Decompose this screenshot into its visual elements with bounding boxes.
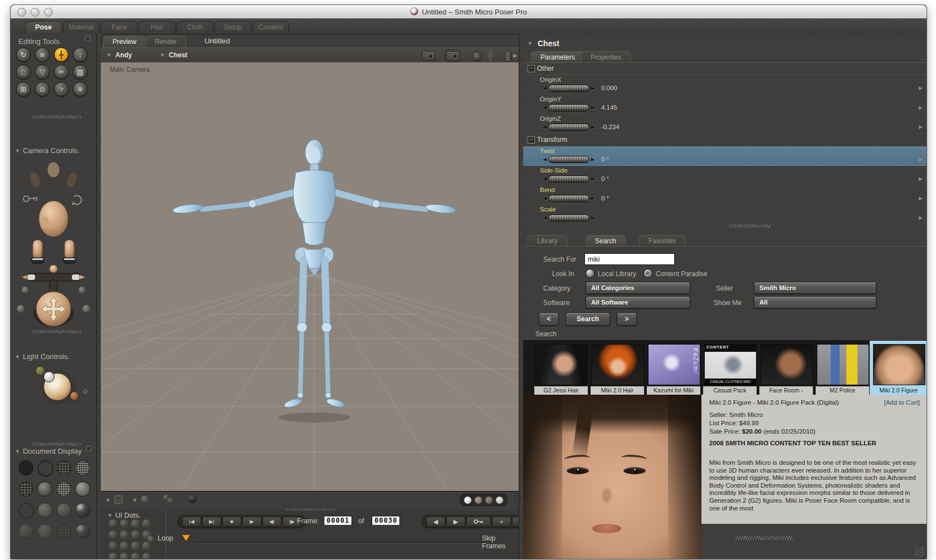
dial-left-arrow-icon[interactable]: ◀ [543, 215, 547, 220]
light-dot-brown[interactable] [70, 391, 79, 401]
ui-dot[interactable] [131, 519, 140, 528]
dial-left-arrow-icon[interactable]: ◀ [543, 157, 547, 162]
timeline-scrub-track[interactable] [194, 542, 484, 543]
dial-body[interactable] [548, 175, 589, 183]
frame-style-triangle-icon[interactable]: ▼ [105, 497, 111, 503]
dial-right-arrow-icon[interactable]: ▶ [591, 125, 594, 130]
param-dial[interactable]: ◀▶ [543, 195, 594, 202]
morphing-tool-tool[interactable]: ☞ [54, 82, 69, 96]
dial-right-arrow-icon[interactable]: ▶ [591, 157, 594, 162]
resize-grip[interactable] [914, 547, 924, 557]
radio-content-paradise[interactable] [644, 269, 652, 278]
next-key-button[interactable]: ▶ [446, 517, 465, 527]
display-mode-sphere[interactable] [18, 482, 33, 497]
parameters-actor-header[interactable]: Chest [538, 39, 559, 48]
ui-dot[interactable] [120, 530, 129, 539]
tracking-triangle-icon[interactable]: ▼ [132, 497, 138, 503]
taper-tool[interactable]: ▽ [35, 65, 50, 79]
ui-dot[interactable] [109, 519, 118, 528]
thumbnail-image[interactable] [592, 344, 644, 385]
section-divider[interactable] [32, 330, 81, 333]
style-dot-smooth[interactable] [485, 497, 493, 504]
part-menu[interactable]: Chest [169, 51, 187, 59]
param-menu-arrow-icon[interactable]: ▶ [919, 85, 923, 91]
search-button[interactable]: Search [566, 312, 610, 326]
ui-dot[interactable] [120, 553, 129, 559]
dial-left-arrow-icon[interactable]: ◀ [543, 125, 547, 130]
dial-body[interactable] [548, 124, 589, 131]
tab-content[interactable]: Content [252, 21, 289, 33]
camera-select-icon[interactable] [446, 51, 460, 61]
light-orb-icon[interactable] [472, 51, 482, 61]
tab-cloth[interactable]: Cloth [177, 21, 213, 33]
sun-icon[interactable]: ☼ [81, 386, 89, 395]
param-dial[interactable]: ◀▶ [543, 124, 594, 131]
section-divider[interactable] [32, 443, 81, 446]
dial-body[interactable] [548, 195, 589, 202]
ui-dot[interactable] [142, 553, 151, 559]
display-mode-sphere[interactable] [18, 503, 35, 519]
thumbnail-image[interactable] [817, 344, 869, 385]
ui-dot[interactable] [109, 542, 118, 551]
dial-right-arrow-icon[interactable]: ▶ [591, 176, 594, 181]
direct-manipulation-tool[interactable]: ⎈ [73, 82, 87, 96]
rotate-tool[interactable]: ↻ [16, 47, 31, 62]
tab-favorites[interactable]: Favorites [639, 235, 685, 247]
dial-right-arrow-icon[interactable]: ▶ [591, 86, 594, 91]
multi-ball-icon[interactable] [167, 498, 173, 504]
edit-keyframes-button[interactable] [466, 517, 491, 527]
mannequin-figure[interactable] [101, 62, 519, 491]
timeline-scrub-handle[interactable] [182, 535, 190, 541]
display-mode-sphere[interactable] [18, 460, 33, 475]
ui-dot[interactable] [120, 519, 129, 528]
tab-search[interactable]: Search [586, 235, 626, 247]
dial-right-arrow-icon[interactable]: ▶ [591, 196, 594, 201]
add-to-cart-link[interactable]: [Add to Cart] [884, 399, 920, 406]
display-mode-sphere[interactable] [18, 524, 33, 539]
display-mode-sphere[interactable] [56, 482, 71, 497]
result-thumbnail[interactable]: KaZumiKazumi for Miki [647, 343, 700, 393]
display-style-selector[interactable] [460, 494, 508, 506]
collapse-group-icon[interactable]: − [528, 65, 535, 72]
display-mode-sphere[interactable] [75, 482, 90, 497]
show-me-dropdown[interactable]: All [754, 296, 876, 308]
last-frame-button[interactable]: ▶| [202, 517, 221, 527]
radio-local-library[interactable] [586, 269, 594, 278]
detail-scroll-handle[interactable] [735, 536, 793, 540]
display-mode-sphere[interactable] [37, 503, 52, 518]
tab-library[interactable]: Library [528, 235, 567, 247]
scale-tool[interactable]: □ [16, 65, 31, 79]
result-thumbnail[interactable]: CONTENTCASUAL CLOTHES MIKICasual Pack [703, 343, 757, 393]
move-axis-icon[interactable]: ╋ [488, 50, 493, 61]
param-row-scale[interactable]: Scale◀▶▶ [523, 205, 927, 222]
seller-dropdown[interactable]: Smith Micro [754, 282, 876, 294]
ui-dot[interactable] [131, 530, 140, 539]
grouping-tool[interactable]: ⊞ [16, 82, 31, 96]
param-menu-arrow-icon[interactable]: ▶ [919, 156, 923, 162]
param-row-twist[interactable]: Twist◀▶0 °▶ [523, 146, 927, 166]
display-mode-sphere[interactable] [75, 503, 90, 518]
section-divider[interactable] [32, 115, 81, 119]
dial-right-arrow-icon[interactable]: ▶ [591, 105, 594, 110]
total-frames-counter[interactable]: 00030 [372, 515, 400, 525]
twist-tool[interactable]: ≋ [35, 47, 50, 62]
thumbnail-image[interactable] [535, 344, 588, 385]
param-dial[interactable]: ◀▶ [543, 156, 594, 163]
first-frame-button[interactable]: |◀ [182, 517, 201, 527]
tab-pose[interactable]: Pose [25, 21, 62, 33]
tab-properties[interactable]: Properties [581, 51, 631, 63]
play-button[interactable]: ▶ [242, 517, 261, 527]
ui-dot[interactable] [131, 553, 140, 559]
param-menu-arrow-icon[interactable]: ▶ [919, 124, 923, 130]
translate-in-out-tool[interactable]: ↕ [73, 47, 87, 62]
ui-dot[interactable] [120, 542, 129, 551]
panel-collapse-arrow-icon[interactable]: ▶ [513, 52, 518, 58]
display-mode-sphere[interactable] [75, 524, 90, 539]
previous-page-button[interactable]: < [539, 312, 559, 326]
param-row-originz[interactable]: OriginZ◀▶-0.234▶ [523, 114, 927, 134]
ui-dot[interactable] [142, 519, 151, 528]
result-thumbnail[interactable]: M2 Police [816, 343, 869, 393]
shadow-ball-icon[interactable] [188, 494, 197, 503]
display-mode-sphere[interactable] [37, 524, 52, 539]
tab-hair[interactable]: Hair [139, 21, 176, 33]
